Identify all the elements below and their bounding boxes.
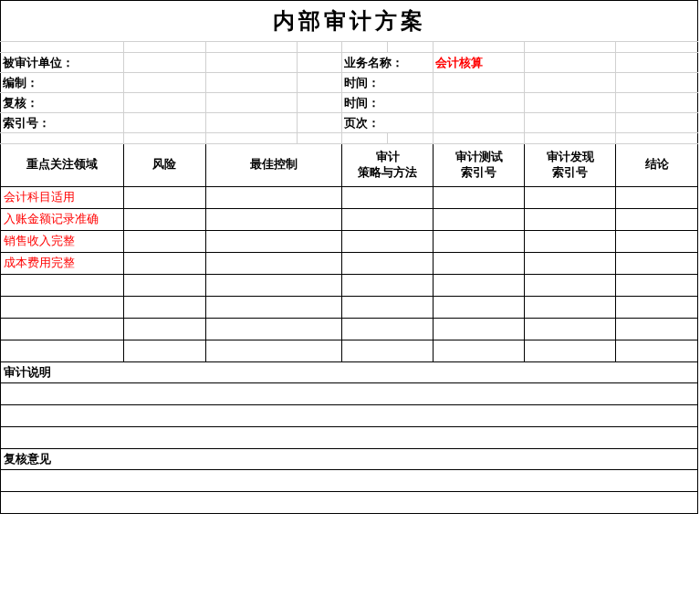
hdr-test-index: 审计测试索引号 <box>434 144 525 187</box>
focus-cell: 销售收入完整 <box>1 230 124 252</box>
table-row: 销售收入完整 <box>1 230 698 252</box>
business-name-value: 会计核算 <box>434 53 525 73</box>
review-opinion-row <box>1 469 698 491</box>
business-name-label: 业务名称： <box>342 53 434 73</box>
table-row: 入账金额记录准确 <box>1 208 698 230</box>
table-row <box>1 318 698 340</box>
audit-notes-header: 审计说明 <box>1 361 698 382</box>
index-no-label: 索引号： <box>1 113 124 133</box>
audit-notes-row <box>1 382 698 404</box>
focus-cell: 会计科目适用 <box>1 186 124 208</box>
table-row <box>1 340 698 361</box>
review-opinion-header: 复核意见 <box>1 448 698 469</box>
table-row <box>1 296 698 318</box>
focus-cell: 入账金额记录准确 <box>1 208 124 230</box>
reviewed-by-label: 复核： <box>1 93 124 113</box>
time-label-1: 时间： <box>342 73 434 93</box>
table-header-row: 重点关注领域 风险 最佳控制 审计策略与方法 审计测试索引号 审计发现索引号 结… <box>1 144 698 187</box>
page-label: 页次： <box>342 113 434 133</box>
table-row <box>1 274 698 296</box>
focus-cell: 成本费用完整 <box>1 252 124 274</box>
audit-plan-sheet: 内部审计方案 被审计单位： 业务名称： 会计核算 编制： 时间： 复核： 时间：… <box>0 0 698 514</box>
hdr-finding-index: 审计发现索引号 <box>525 144 616 187</box>
prepared-by-label: 编制： <box>1 73 124 93</box>
time-label-2: 时间： <box>342 93 434 113</box>
audit-notes-row <box>1 404 698 426</box>
review-opinion-row <box>1 491 698 513</box>
audited-unit-label: 被审计单位： <box>1 53 124 73</box>
hdr-strategy: 审计策略与方法 <box>342 144 434 187</box>
hdr-focus-area: 重点关注领域 <box>1 144 124 187</box>
hdr-best-control: 最佳控制 <box>205 144 342 187</box>
table-row: 成本费用完整 <box>1 252 698 274</box>
audit-notes-row <box>1 426 698 448</box>
page-title: 内部审计方案 <box>1 1 698 42</box>
hdr-risk: 风险 <box>123 144 205 187</box>
hdr-conclusion: 结论 <box>616 144 698 187</box>
table-row: 会计科目适用 <box>1 186 698 208</box>
